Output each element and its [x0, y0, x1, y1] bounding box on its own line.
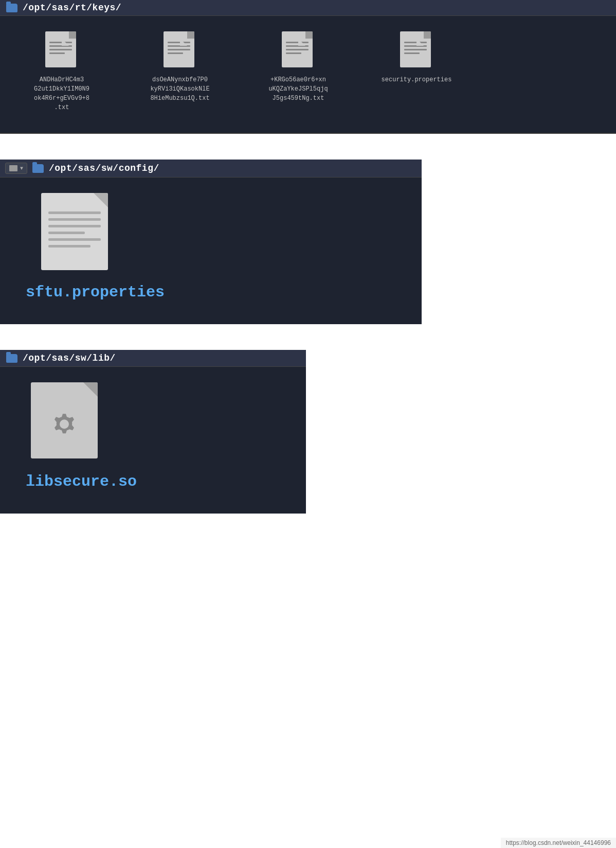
page-corner: [94, 193, 108, 207]
file-line: [286, 45, 309, 47]
config-file-icon: [41, 193, 113, 275]
file-line: [286, 52, 302, 54]
file-page: [282, 31, 313, 67]
list-item[interactable]: security.properties: [365, 31, 468, 112]
file-line: [49, 52, 65, 54]
file-name: +KRGo56ae0r6+xnuKQZaYkeJSPl5qjqJ5gs459tN…: [268, 75, 328, 103]
file-line: [286, 49, 309, 50]
status-bar: https://blog.csdn.net/weixin_44146996: [501, 838, 616, 848]
file-page: [45, 31, 76, 67]
svg-point-0: [60, 419, 69, 429]
file-line: [49, 42, 72, 43]
file-lines: [168, 42, 190, 56]
file-icon: [400, 31, 433, 70]
file-line: [49, 49, 72, 50]
section-config: ▼ /opt/sas/sw/config/: [0, 160, 422, 324]
config-files-grid: sftu.properties: [0, 178, 422, 324]
gear-icon: [49, 409, 80, 442]
file-line: [168, 42, 190, 43]
grid-view-icon: [9, 165, 17, 171]
lib-files-grid: libsecure.so: [0, 367, 306, 514]
file-page: [400, 31, 431, 67]
file-line: [49, 45, 72, 47]
lib-file-name: libsecure.so: [26, 473, 137, 508]
gap2: [0, 324, 616, 350]
view-toggle-button[interactable]: ▼: [5, 163, 27, 174]
file-line: [48, 232, 85, 234]
keys-path: /opt/sas/rt/keys/: [23, 3, 121, 13]
file-lines: [404, 42, 427, 56]
file-icon: [45, 31, 79, 70]
folder-icon-config: [32, 164, 44, 173]
file-line: [404, 42, 427, 43]
file-line: [404, 49, 427, 50]
gap1: [0, 134, 616, 160]
file-name: ANDHaDrHC4m3G2ut1DkkY1IM0N9ok4R6r+gEVGv9…: [34, 75, 89, 112]
list-item[interactable]: dsOeANynxbfe7P0kyRVi3iQKasokNlE8HieMubzs…: [129, 31, 231, 112]
list-item[interactable]: +KRGo56ae0r6+xnuKQZaYkeJSPl5qjqJ5gs459tN…: [247, 31, 350, 112]
file-line: [48, 218, 101, 221]
file-line: [48, 225, 101, 227]
section-keys: /opt/sas/rt/keys/ ANDHaDrHC4m3G2ut1DkkY1…: [0, 0, 616, 134]
list-item[interactable]: ANDHaDrHC4m3G2ut1DkkY1IM0N9ok4R6r+gEVGv9…: [10, 31, 113, 112]
file-name: security.properties: [382, 75, 452, 84]
config-path: /opt/sas/sw/config/: [49, 163, 159, 173]
lib-header: /opt/sas/sw/lib/: [0, 350, 306, 367]
file-icon: [164, 31, 197, 70]
file-page-large: [41, 193, 108, 270]
file-line: [404, 45, 427, 47]
file-name: dsOeANynxbfe7P0kyRVi3iQKasokNlE8HieMubzs…: [150, 75, 209, 103]
file-line: [168, 45, 190, 47]
file-line: [48, 238, 101, 241]
config-header: ▼ /opt/sas/sw/config/: [0, 160, 422, 178]
file-icon: [282, 31, 315, 70]
lib-file-page: [31, 382, 98, 458]
file-page: [164, 31, 194, 67]
section-lib: /opt/sas/sw/lib/ libsecure.s: [0, 350, 306, 514]
file-lines: [49, 42, 72, 56]
page-corner: [83, 382, 98, 397]
folder-icon-lib: [6, 354, 17, 363]
file-line: [286, 42, 309, 43]
file-line: [404, 52, 420, 54]
lib-path: /opt/sas/sw/lib/: [23, 353, 116, 363]
status-url: https://blog.csdn.net/weixin_44146996: [506, 839, 611, 846]
file-line: [168, 52, 184, 54]
lib-file-icon: [31, 382, 103, 465]
folder-icon-keys: [6, 4, 17, 12]
config-file-name: sftu.properties: [26, 284, 165, 319]
list-item[interactable]: sftu.properties: [21, 193, 401, 319]
dropdown-arrow-icon: ▼: [20, 166, 23, 171]
file-line: [168, 49, 190, 50]
keys-files-grid: ANDHaDrHC4m3G2ut1DkkY1IM0N9ok4R6r+gEVGv9…: [0, 16, 616, 133]
file-line: [48, 245, 90, 248]
file-lines: [286, 42, 309, 56]
list-item[interactable]: libsecure.so: [21, 382, 285, 508]
keys-header: /opt/sas/rt/keys/: [0, 0, 616, 16]
file-lines-large: [48, 211, 101, 252]
file-line: [48, 211, 101, 214]
